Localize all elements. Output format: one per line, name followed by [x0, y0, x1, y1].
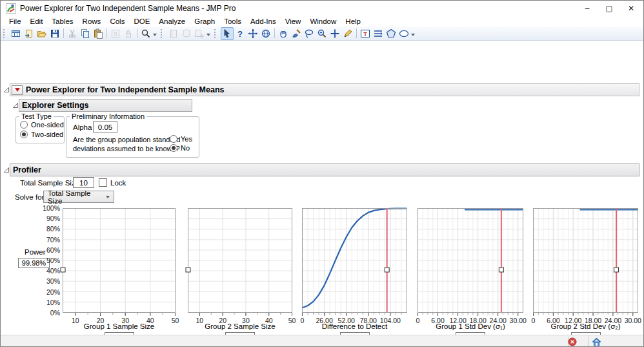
- y-axis-tick-label: 0%: [33, 309, 60, 317]
- menu-add-ins[interactable]: Add-Ins: [246, 16, 281, 26]
- polygon-annotate-icon[interactable]: [385, 27, 397, 40]
- drag-marker[interactable]: [614, 268, 619, 272]
- window-title: Power Explorer for Two Independent Sampl…: [20, 4, 236, 13]
- toolbar-separator: [137, 28, 137, 38]
- lasso-tool-icon[interactable]: [303, 27, 316, 40]
- menu-edit[interactable]: Edit: [26, 16, 48, 26]
- report-area: Power Explorer for Two Independent Sampl…: [1, 41, 643, 335]
- cut-icon[interactable]: [66, 27, 79, 40]
- y-axis-tick-label: 100%: [33, 204, 60, 212]
- text-annotate-icon[interactable]: T: [359, 27, 372, 40]
- test-type-group: Test Type One-sided Two-sided: [15, 112, 65, 143]
- yes-label: Yes: [181, 135, 192, 143]
- profiler-plot-group-2-std-dev[interactable]: 06.0012.0018.0024.0030.00: [533, 208, 638, 325]
- profiler-heading: Profiler: [13, 165, 41, 174]
- log-error-icon[interactable]: [568, 337, 577, 346]
- drag-marker[interactable]: [61, 268, 65, 272]
- radio-two-sided[interactable]: Two-sided: [20, 131, 64, 138]
- open-file-icon[interactable]: [35, 27, 48, 40]
- copy-icon[interactable]: [79, 27, 92, 40]
- search-icon[interactable]: [139, 27, 152, 40]
- explorer-settings-header[interactable]: Explorer Settings: [19, 99, 192, 112]
- menu-help[interactable]: Help: [341, 16, 365, 26]
- toolbar-overflow-chevron[interactable]: [411, 34, 415, 36]
- toolbar-overflow-chevron[interactable]: [206, 34, 210, 36]
- brush-tool-icon[interactable]: [290, 27, 303, 40]
- svg-text:T: T: [363, 30, 367, 37]
- profiler-cell-group-2-std-dev: 06.0012.0018.0024.0030.00Group 2 Std Dev…: [533, 208, 638, 344]
- solve-for-dropdown[interactable]: Total Sample Size: [43, 191, 114, 203]
- toolbar-separator: [106, 28, 107, 38]
- arrow-tool-icon[interactable]: [221, 27, 234, 40]
- profiler-plot-group-1-sample-size[interactable]: 1020304050: [63, 208, 176, 325]
- grabber-tool-icon[interactable]: [277, 27, 290, 40]
- menu-view[interactable]: View: [281, 16, 306, 26]
- menu-window[interactable]: Window: [305, 16, 341, 26]
- new-journal-icon[interactable]: [167, 27, 180, 40]
- selection-tool-icon[interactable]: [247, 27, 259, 40]
- menu-tables[interactable]: Tables: [47, 16, 77, 26]
- help-tool-icon[interactable]: ?: [234, 27, 247, 40]
- report-title-bar[interactable]: Power Explorer for Two Independent Sampl…: [10, 83, 639, 96]
- annotate-tool-icon[interactable]: [341, 27, 354, 40]
- radio-known-yes[interactable]: Yes: [170, 135, 192, 143]
- lock-icon[interactable]: [122, 27, 135, 40]
- minimize-button[interactable]: –: [576, 1, 598, 16]
- menu-tools[interactable]: Tools: [219, 16, 246, 26]
- oval-annotate-icon[interactable]: [397, 27, 410, 40]
- preliminary-information-legend: Preliminary Information: [70, 112, 146, 120]
- close-button[interactable]: ✕: [620, 1, 642, 16]
- total-sample-size-input[interactable]: [73, 177, 94, 188]
- paste-icon[interactable]: [92, 27, 105, 40]
- toolbar-grip[interactable]: [3, 29, 8, 38]
- database-icon[interactable]: [180, 27, 193, 40]
- menu-rows[interactable]: Rows: [78, 16, 106, 26]
- alpha-label: Alpha: [73, 123, 92, 131]
- alpha-input[interactable]: [93, 121, 117, 132]
- profiler-cell-group-1-sample-size: 1020304050Group 1 Sample Size: [63, 208, 176, 344]
- drag-marker[interactable]: [186, 268, 190, 272]
- profiler-plot-group-2-sample-size[interactable]: 1020304050: [188, 208, 292, 325]
- maximize-button[interactable]: ▢: [598, 1, 620, 16]
- toolbar-grip[interactable]: [161, 29, 165, 38]
- menu-doe[interactable]: DOE: [129, 16, 154, 26]
- menu-cols[interactable]: Cols: [105, 16, 129, 26]
- profiler-header[interactable]: Profiler: [10, 163, 639, 176]
- profiler-plot-difference-to-detect[interactable]: 026.0052.0078.00104.00: [302, 208, 407, 325]
- crosshair-tool-icon[interactable]: [328, 27, 341, 40]
- globe-tool-icon[interactable]: [259, 27, 272, 40]
- radio-known-no[interactable]: No: [170, 144, 190, 152]
- menu-graph[interactable]: Graph: [190, 16, 219, 26]
- jmp-app-icon: [6, 3, 16, 14]
- profiler-plot-group-1-std-dev[interactable]: 06.0012.0018.0024.0030.00: [418, 208, 523, 325]
- drag-marker[interactable]: [499, 268, 503, 272]
- explorer-settings-heading: Explorer Settings: [22, 101, 89, 110]
- menu-file[interactable]: File: [5, 16, 26, 26]
- import-data-icon[interactable]: [23, 27, 35, 40]
- magnifier-tool-icon[interactable]: [316, 27, 328, 40]
- one-sided-label: One-sided: [31, 121, 64, 129]
- toolbar-overflow-chevron[interactable]: [153, 34, 157, 36]
- save-icon[interactable]: [48, 27, 61, 40]
- drag-marker[interactable]: [385, 268, 389, 272]
- menu-analyze[interactable]: Analyze: [154, 16, 190, 26]
- line-annotate-icon[interactable]: [372, 27, 385, 40]
- toolbar-grip[interactable]: [214, 29, 219, 38]
- profiler-cell-group-2-sample-size: 1020304050Group 2 Sample Size: [188, 208, 292, 344]
- status-bar: [1, 335, 643, 347]
- home-icon[interactable]: [592, 337, 601, 346]
- y-axis-tick-label: 10%: [33, 299, 60, 306]
- std-dev-question-line1: Are the group population standard: [73, 136, 180, 143]
- menu-bar: File Edit Tables Rows Cols DOE Analyze G…: [1, 16, 643, 26]
- journal-window-icon[interactable]: S: [109, 27, 122, 40]
- y-axis-tick-label: 60%: [33, 246, 60, 254]
- radio-one-sided[interactable]: One-sided: [20, 121, 64, 129]
- new-data-table-icon[interactable]: [10, 27, 23, 40]
- y-axis-tick-label: 20%: [33, 288, 60, 296]
- add-column-icon[interactable]: [193, 27, 206, 40]
- lock-checkbox[interactable]: [99, 178, 107, 187]
- red-triangle-menu-button[interactable]: [12, 85, 23, 95]
- y-axis-tick-label: 90%: [33, 215, 60, 222]
- red-triangle-icon: [15, 88, 20, 92]
- toolbar-separator: [274, 28, 275, 38]
